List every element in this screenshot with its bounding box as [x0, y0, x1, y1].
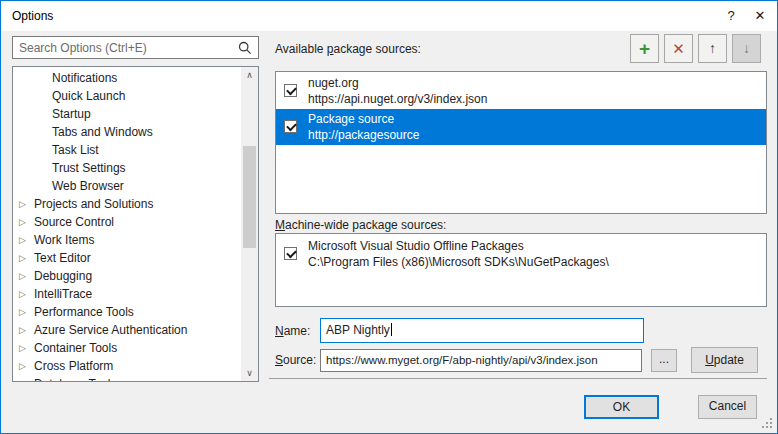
source-row-nuget-org[interactable]: nuget.org https://api.nuget.org/v3/index… — [276, 73, 766, 109]
expander-icon[interactable]: ▷ — [19, 213, 31, 231]
options-tree: Notifications Quick Launch Startup Tabs … — [12, 66, 259, 382]
tree-item-label: Debugging — [34, 269, 92, 283]
tree-item-projects-and-solutions[interactable]: ▷Projects and Solutions — [13, 195, 241, 213]
search-box — [12, 36, 259, 59]
tree-item-trust-settings[interactable]: Trust Settings — [13, 159, 241, 177]
tree-item-startup[interactable]: Startup — [13, 105, 241, 123]
tree-item-label: Startup — [52, 107, 91, 121]
scroll-down-icon[interactable]: ∨ — [241, 365, 258, 381]
tree-item-label: Web Browser — [52, 179, 124, 193]
ellipsis-icon: ... — [659, 352, 669, 366]
text-caret — [391, 323, 392, 336]
tree-viewport: Notifications Quick Launch Startup Tabs … — [13, 67, 241, 381]
source-enabled-checkbox[interactable] — [284, 84, 297, 97]
tree-item-label: Task List — [52, 143, 99, 157]
tree-item-label: Quick Launch — [52, 89, 125, 103]
search-input[interactable] — [13, 37, 235, 58]
add-source-button[interactable]: + — [630, 34, 659, 63]
tree-item-label: Text Editor — [34, 251, 91, 265]
tree-scrollbar[interactable]: ∧ ∨ — [241, 67, 258, 381]
tree-item-label: Trust Settings — [52, 161, 126, 175]
expander-icon[interactable]: ▷ — [19, 357, 31, 375]
expander-icon[interactable]: ▷ — [19, 303, 31, 321]
source-row-package-source[interactable]: Package source http://packagesource — [276, 109, 766, 145]
source-url: C:\Program Files (x86)\Microsoft SDKs\Nu… — [308, 254, 609, 270]
tree-item-tabs-and-windows[interactable]: Tabs and Windows — [13, 123, 241, 141]
expander-icon[interactable]: ▷ — [19, 195, 31, 213]
tree-item-label: Notifications — [52, 71, 117, 85]
arrow-down-icon: ↓ — [733, 35, 760, 62]
expander-icon[interactable]: ▷ — [19, 321, 31, 339]
tree-item-label: Projects and Solutions — [34, 197, 153, 211]
tree-item-label: Azure Service Authentication — [34, 323, 187, 337]
source-row-vs-offline-packages[interactable]: Microsoft Visual Studio Offline Packages… — [276, 236, 766, 272]
close-button[interactable]: ✕ — [746, 1, 774, 31]
move-up-button[interactable]: ↑ — [698, 34, 727, 63]
machine-wide-sources-list: Microsoft Visual Studio Offline Packages… — [275, 233, 767, 307]
move-down-button[interactable]: ↓ — [732, 34, 761, 63]
expander-icon[interactable]: ▷ — [19, 267, 31, 285]
name-input-value: ABP Nightly — [326, 323, 390, 337]
tree-item-text-editor[interactable]: ▷Text Editor — [13, 249, 241, 267]
tree-item-web-browser[interactable]: Web Browser — [13, 177, 241, 195]
tree-item-cross-platform[interactable]: ▷Cross Platform — [13, 357, 241, 375]
search-icon — [237, 40, 253, 59]
name-input[interactable]: ABP Nightly — [320, 318, 644, 343]
tree-item-source-control[interactable]: ▷Source Control — [13, 213, 241, 231]
source-name: Microsoft Visual Studio Offline Packages — [308, 238, 524, 254]
tree-item-label: IntelliTrace — [34, 287, 92, 301]
source-name: Package source — [308, 111, 394, 127]
source-name: nuget.org — [308, 75, 359, 91]
expander-icon[interactable]: ▷ — [19, 249, 31, 267]
remove-source-button[interactable]: ✕ — [664, 34, 693, 63]
title-bar: Options ? ✕ — [1, 1, 777, 31]
source-enabled-checkbox[interactable] — [284, 247, 297, 260]
available-sources-list: nuget.org https://api.nuget.org/v3/index… — [275, 71, 767, 214]
tree-item-label: Performance Tools — [34, 305, 134, 319]
delete-x-icon: ✕ — [665, 35, 692, 62]
help-button[interactable]: ? — [717, 1, 745, 31]
expander-icon[interactable]: ▷ — [19, 375, 31, 381]
browse-button[interactable]: ... — [651, 349, 677, 372]
available-sources-label: Available package sources: — [275, 42, 421, 56]
tree-item-work-items[interactable]: ▷Work Items — [13, 231, 241, 249]
tree-item-notifications[interactable]: Notifications — [13, 69, 241, 87]
tree-item-container-tools[interactable]: ▷Container Tools — [13, 339, 241, 357]
expander-icon[interactable]: ▷ — [19, 285, 31, 303]
tree-item-azure-service-authentication[interactable]: ▷Azure Service Authentication — [13, 321, 241, 339]
arrow-up-icon: ↑ — [699, 35, 726, 62]
expander-icon[interactable]: ▷ — [19, 339, 31, 357]
tree-item-task-list[interactable]: Task List — [13, 141, 241, 159]
source-input[interactable]: https://www.myget.org/F/abp-nightly/api/… — [320, 349, 642, 372]
tree-item-database-tools[interactable]: ▷Database Tools — [13, 375, 241, 381]
update-button[interactable]: Update — [691, 347, 758, 373]
source-enabled-checkbox[interactable] — [284, 120, 297, 133]
source-label: Source: — [275, 353, 316, 367]
tree-item-label: Cross Platform — [34, 359, 113, 373]
tree-item-quick-launch[interactable]: Quick Launch — [13, 87, 241, 105]
options-dialog: Options ? ✕ Notifications Quick Launch S… — [0, 0, 778, 434]
footer-separator — [269, 378, 767, 379]
tree-item-label: Tabs and Windows — [52, 125, 153, 139]
source-input-value: https://www.myget.org/F/abp-nightly/api/… — [326, 354, 598, 366]
tree-item-debugging[interactable]: ▷Debugging — [13, 267, 241, 285]
expander-icon[interactable]: ▷ — [19, 231, 31, 249]
scrollbar-thumb[interactable] — [243, 146, 256, 248]
tree-item-label: Work Items — [34, 233, 94, 247]
tree-item-label: Source Control — [34, 215, 114, 229]
machine-wide-sources-label: Machine-wide package sources: — [275, 218, 446, 232]
plus-icon: + — [631, 35, 658, 62]
name-label: Name: — [275, 324, 310, 338]
tree-item-intellitrace[interactable]: ▷IntelliTrace — [13, 285, 241, 303]
scroll-up-icon[interactable]: ∧ — [241, 67, 258, 83]
ok-button[interactable]: OK — [584, 395, 659, 419]
tree-item-performance-tools[interactable]: ▷Performance Tools — [13, 303, 241, 321]
tree-item-label: Database Tools — [34, 377, 117, 381]
source-url: https://api.nuget.org/v3/index.json — [308, 91, 487, 107]
tree-item-label: Container Tools — [34, 341, 117, 355]
resize-grip-icon[interactable] — [762, 418, 772, 428]
window-title: Options — [12, 1, 53, 31]
source-url: http://packagesource — [308, 127, 419, 143]
cancel-button[interactable]: Cancel — [698, 395, 757, 419]
close-icon: ✕ — [755, 8, 766, 23]
